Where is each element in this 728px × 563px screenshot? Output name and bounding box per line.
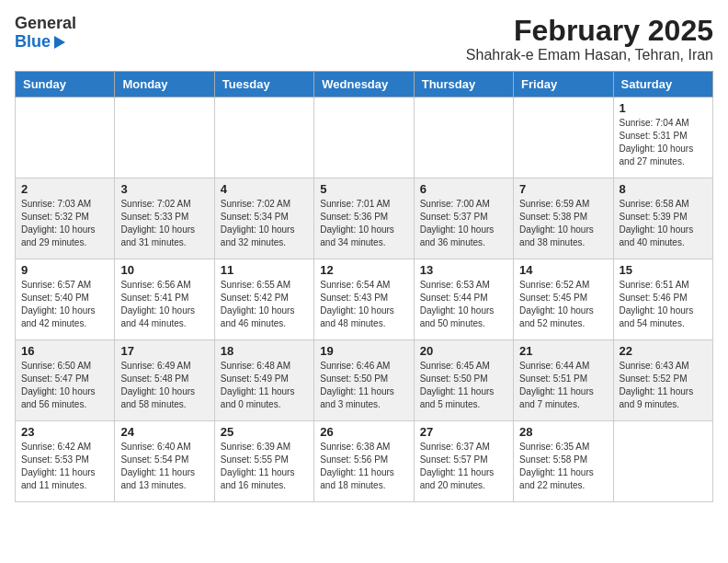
day-info: Sunrise: 6:59 AM Sunset: 5:38 PM Dayligh…: [519, 198, 607, 249]
calendar-cell: 26Sunrise: 6:38 AM Sunset: 5:56 PM Dayli…: [314, 421, 414, 502]
weekday-header-sunday: Sunday: [16, 72, 115, 98]
day-number: 8: [620, 182, 707, 196]
day-number: 26: [320, 425, 407, 439]
day-info: Sunrise: 6:44 AM Sunset: 5:51 PM Dayligh…: [519, 360, 607, 411]
day-info: Sunrise: 6:55 AM Sunset: 5:42 PM Dayligh…: [221, 279, 308, 330]
calendar-cell: 11Sunrise: 6:55 AM Sunset: 5:42 PM Dayli…: [214, 259, 313, 340]
calendar-cell: 19Sunrise: 6:46 AM Sunset: 5:50 PM Dayli…: [314, 340, 414, 421]
day-number: 23: [21, 425, 108, 439]
weekday-header-tuesday: Tuesday: [214, 72, 313, 98]
day-info: Sunrise: 7:04 AM Sunset: 5:31 PM Dayligh…: [620, 117, 707, 168]
calendar-week-row: 2Sunrise: 7:03 AM Sunset: 5:32 PM Daylig…: [16, 178, 713, 259]
calendar-cell: 17Sunrise: 6:49 AM Sunset: 5:48 PM Dayli…: [115, 340, 214, 421]
day-info: Sunrise: 6:49 AM Sunset: 5:48 PM Dayligh…: [120, 360, 208, 411]
day-number: 2: [21, 182, 108, 196]
logo-blue: Blue: [15, 33, 51, 52]
calendar-week-row: 1Sunrise: 7:04 AM Sunset: 5:31 PM Daylig…: [16, 98, 713, 178]
calendar-cell: 13Sunrise: 6:53 AM Sunset: 5:44 PM Dayli…: [414, 259, 513, 340]
day-info: Sunrise: 6:48 AM Sunset: 5:49 PM Dayligh…: [221, 360, 308, 411]
calendar-cell: 12Sunrise: 6:54 AM Sunset: 5:43 PM Dayli…: [314, 259, 414, 340]
calendar-cell: 10Sunrise: 6:56 AM Sunset: 5:41 PM Dayli…: [115, 259, 214, 340]
day-info: Sunrise: 7:02 AM Sunset: 5:34 PM Dayligh…: [221, 198, 308, 249]
day-number: 25: [221, 425, 308, 439]
day-info: Sunrise: 6:53 AM Sunset: 5:44 PM Dayligh…: [420, 279, 507, 330]
logo-general: General: [15, 15, 76, 33]
day-number: 19: [320, 344, 407, 358]
day-info: Sunrise: 6:35 AM Sunset: 5:58 PM Dayligh…: [519, 441, 607, 492]
calendar-cell: 3Sunrise: 7:02 AM Sunset: 5:33 PM Daylig…: [115, 178, 214, 259]
day-number: 3: [120, 182, 208, 196]
weekday-header-thursday: Thursday: [414, 72, 513, 98]
day-info: Sunrise: 6:37 AM Sunset: 5:57 PM Dayligh…: [420, 441, 507, 492]
day-number: 1: [620, 101, 707, 115]
day-number: 24: [120, 425, 208, 439]
day-number: 4: [221, 182, 308, 196]
day-number: 10: [120, 263, 208, 277]
calendar-cell: 6Sunrise: 7:00 AM Sunset: 5:37 PM Daylig…: [414, 178, 513, 259]
day-info: Sunrise: 7:01 AM Sunset: 5:36 PM Dayligh…: [320, 198, 407, 249]
day-number: 5: [320, 182, 407, 196]
calendar-cell: 9Sunrise: 6:57 AM Sunset: 5:40 PM Daylig…: [16, 259, 115, 340]
calendar-cell: 22Sunrise: 6:43 AM Sunset: 5:52 PM Dayli…: [613, 340, 712, 421]
calendar-cell: 21Sunrise: 6:44 AM Sunset: 5:51 PM Dayli…: [514, 340, 613, 421]
calendar-table: SundayMondayTuesdayWednesdayThursdayFrid…: [15, 71, 713, 502]
day-number: 12: [320, 263, 407, 277]
calendar-cell: 14Sunrise: 6:52 AM Sunset: 5:45 PM Dayli…: [514, 259, 613, 340]
day-info: Sunrise: 6:50 AM Sunset: 5:47 PM Dayligh…: [21, 360, 108, 411]
day-number: 11: [221, 263, 308, 277]
calendar-cell: 16Sunrise: 6:50 AM Sunset: 5:47 PM Dayli…: [16, 340, 115, 421]
day-number: 9: [21, 263, 108, 277]
day-info: Sunrise: 6:54 AM Sunset: 5:43 PM Dayligh…: [320, 279, 407, 330]
day-number: 28: [519, 425, 607, 439]
calendar-cell: 28Sunrise: 6:35 AM Sunset: 5:58 PM Dayli…: [514, 421, 613, 502]
logo-arrow-icon: [54, 36, 65, 49]
logo: General Blue: [15, 15, 76, 52]
calendar-title-block: February 2025 Shahrak-e Emam Hasan, Tehr…: [466, 15, 713, 63]
calendar-cell: [214, 98, 313, 178]
day-info: Sunrise: 6:38 AM Sunset: 5:56 PM Dayligh…: [320, 441, 407, 492]
calendar-cell: 4Sunrise: 7:02 AM Sunset: 5:34 PM Daylig…: [214, 178, 313, 259]
day-info: Sunrise: 6:40 AM Sunset: 5:54 PM Dayligh…: [120, 441, 208, 492]
weekday-header-row: SundayMondayTuesdayWednesdayThursdayFrid…: [16, 72, 713, 98]
calendar-cell: [414, 98, 513, 178]
day-info: Sunrise: 7:00 AM Sunset: 5:37 PM Dayligh…: [420, 198, 507, 249]
day-info: Sunrise: 6:58 AM Sunset: 5:39 PM Dayligh…: [620, 198, 707, 249]
calendar-week-row: 16Sunrise: 6:50 AM Sunset: 5:47 PM Dayli…: [16, 340, 713, 421]
calendar-cell: [16, 98, 115, 178]
day-info: Sunrise: 7:03 AM Sunset: 5:32 PM Dayligh…: [21, 198, 108, 249]
calendar-cell: 1Sunrise: 7:04 AM Sunset: 5:31 PM Daylig…: [613, 98, 712, 178]
day-info: Sunrise: 6:51 AM Sunset: 5:46 PM Dayligh…: [620, 279, 707, 330]
calendar-week-row: 23Sunrise: 6:42 AM Sunset: 5:53 PM Dayli…: [16, 421, 713, 502]
calendar-cell: 15Sunrise: 6:51 AM Sunset: 5:46 PM Dayli…: [613, 259, 712, 340]
calendar-cell: [514, 98, 613, 178]
day-info: Sunrise: 7:02 AM Sunset: 5:33 PM Dayligh…: [120, 198, 208, 249]
day-number: 15: [620, 263, 707, 277]
day-number: 14: [519, 263, 607, 277]
day-number: 13: [420, 263, 507, 277]
day-number: 18: [221, 344, 308, 358]
location-subtitle: Shahrak-e Emam Hasan, Tehran, Iran: [466, 47, 713, 63]
day-number: 16: [21, 344, 108, 358]
calendar-cell: [613, 421, 712, 502]
calendar-cell: 27Sunrise: 6:37 AM Sunset: 5:57 PM Dayli…: [414, 421, 513, 502]
day-info: Sunrise: 6:43 AM Sunset: 5:52 PM Dayligh…: [620, 360, 707, 411]
calendar-cell: 25Sunrise: 6:39 AM Sunset: 5:55 PM Dayli…: [214, 421, 313, 502]
weekday-header-monday: Monday: [115, 72, 214, 98]
day-number: 22: [620, 344, 707, 358]
day-number: 7: [519, 182, 607, 196]
weekday-header-wednesday: Wednesday: [314, 72, 414, 98]
day-info: Sunrise: 6:39 AM Sunset: 5:55 PM Dayligh…: [221, 441, 308, 492]
month-year-title: February 2025: [466, 15, 713, 47]
day-number: 21: [519, 344, 607, 358]
day-number: 6: [420, 182, 507, 196]
calendar-cell: [314, 98, 414, 178]
calendar-cell: 8Sunrise: 6:58 AM Sunset: 5:39 PM Daylig…: [613, 178, 712, 259]
calendar-cell: 18Sunrise: 6:48 AM Sunset: 5:49 PM Dayli…: [214, 340, 313, 421]
weekday-header-friday: Friday: [514, 72, 613, 98]
calendar-cell: 20Sunrise: 6:45 AM Sunset: 5:50 PM Dayli…: [414, 340, 513, 421]
day-number: 17: [120, 344, 208, 358]
calendar-cell: 2Sunrise: 7:03 AM Sunset: 5:32 PM Daylig…: [16, 178, 115, 259]
day-info: Sunrise: 6:45 AM Sunset: 5:50 PM Dayligh…: [420, 360, 507, 411]
day-number: 20: [420, 344, 507, 358]
calendar-cell: 7Sunrise: 6:59 AM Sunset: 5:38 PM Daylig…: [514, 178, 613, 259]
